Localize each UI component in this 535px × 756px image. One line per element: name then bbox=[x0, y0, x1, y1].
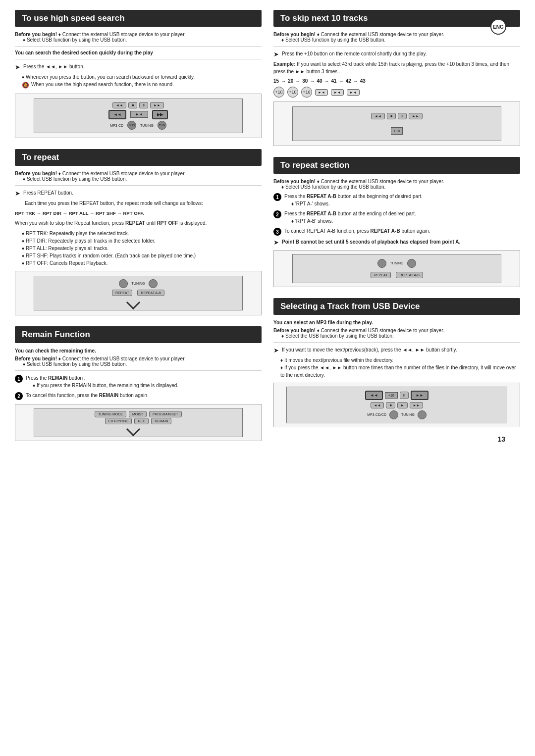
img-btn-ff: ►► bbox=[410, 402, 424, 408]
label-mp3cd: MP3-CD bbox=[110, 124, 123, 127]
search-instruction-header: You can search the desired section quick… bbox=[15, 50, 262, 55]
display-screen: ▶ ◄ bbox=[130, 111, 148, 118]
arrow-icon: ➤ bbox=[15, 63, 20, 71]
repeat-sec-step-2: 2 Press the REPEAT A-B button at the end… bbox=[273, 210, 520, 225]
img-btn-play: ► bbox=[397, 402, 408, 408]
skip-btn-10-1: +10 bbox=[273, 87, 284, 98]
select-sub-2: If you press the ◄◄, ►► button more time… bbox=[273, 364, 520, 379]
btn-programset: PROGRAM/SET bbox=[149, 411, 182, 417]
skip-flow: 15 → 20 → 30 → 40 → 41 → 42 → 43 bbox=[273, 78, 520, 84]
btn-prev-prev: ◄◄ bbox=[112, 102, 126, 108]
high-speed-search-section: To use high speed search Before you begi… bbox=[15, 10, 262, 138]
btn-repeat-ab2: REPEAT A-B bbox=[396, 272, 423, 278]
img-knob2 bbox=[418, 410, 427, 419]
knob-bass2 bbox=[377, 259, 386, 268]
btn-big-next: ▶▶ bbox=[152, 110, 168, 119]
skip-before-begin: Before you begin! ♦ Connect the external… bbox=[273, 32, 520, 43]
knob-sound: SND bbox=[127, 121, 136, 130]
repeat-sec-step-3: 3 To cancel REPEAT A-B function, press R… bbox=[273, 227, 520, 236]
repeat-image: TUNING REPEAT REPEAT A-B bbox=[15, 271, 262, 315]
skip-buttons-row: +10 +10 +10 ►◄ ►◄ ►◄ bbox=[273, 87, 520, 98]
rpt-bullet-1: RPT DIR: Repeatedly plays all tracks in … bbox=[15, 237, 262, 245]
img-btn-pause2: II bbox=[400, 392, 409, 399]
btn-repeat: REPEAT bbox=[112, 290, 133, 296]
arrow-icon: ➤ bbox=[273, 347, 279, 354]
remain-step-2: 2 To cancel this function, press the REM… bbox=[15, 392, 262, 400]
eng-badge: ENG bbox=[490, 19, 506, 35]
skip-example: Example: If you want to select 43rd trac… bbox=[273, 60, 520, 75]
select-track-header: You can select an MP3 file during the pl… bbox=[273, 320, 520, 325]
skip-next-section: To skip next 10 tracks Before you begin!… bbox=[273, 10, 520, 146]
divider bbox=[15, 370, 262, 371]
step-num-2: 2 bbox=[273, 210, 281, 218]
skip-num-20: 20 bbox=[288, 78, 293, 84]
skip-num-15: 15 bbox=[273, 78, 279, 84]
label-tuning3: TUNING bbox=[390, 261, 404, 265]
repeat-sec-note: ➤ Point B cannot be set until 5 seconds … bbox=[273, 238, 520, 246]
select-track-image: ◄◄ +10 II ►► ◄◄ ■ ► ►► MP3-CD/CD bbox=[273, 383, 520, 427]
repeat-section-right: To repeat section Before you begin! ♦ Co… bbox=[273, 157, 520, 287]
repeat-section-block: To repeat Before you begin! ♦ Connect th… bbox=[15, 149, 262, 315]
skip-num-42: 42 bbox=[346, 78, 351, 84]
img-btn-stop2: ■ bbox=[386, 402, 395, 408]
img-knob bbox=[389, 410, 398, 419]
arrow-icon: ➤ bbox=[273, 50, 279, 58]
repeat-body-2: When you wish to stop the Repeat functio… bbox=[15, 219, 262, 227]
rpt-bullet-0: RPT TRK: Repeatedly plays the selected t… bbox=[15, 230, 262, 237]
btn-remain: REMAIN bbox=[151, 418, 171, 424]
select-sub-1: It moves the next/previous file within t… bbox=[273, 356, 520, 364]
repeat-step-1: ➤ Press REPEAT button. bbox=[15, 189, 262, 197]
high-speed-before-begin: Before you begin! ♦ Connect the external… bbox=[15, 32, 262, 43]
remain-title: Remain Function bbox=[15, 326, 262, 343]
repeat-sec-step-1: 1 Press the REPEAT A-B button at the beg… bbox=[273, 193, 520, 207]
img-btn-prev: ◄◄ bbox=[371, 113, 385, 119]
img-btn-pause: II bbox=[398, 113, 407, 119]
img-plus10-label: +10 bbox=[391, 127, 403, 135]
divider bbox=[15, 185, 262, 186]
skip-btn-10-3: +10 bbox=[301, 87, 312, 98]
step-num-1: 1 bbox=[15, 375, 23, 383]
page-content: To use high speed search Before you begi… bbox=[15, 10, 520, 452]
img-plus10: +10 bbox=[385, 392, 398, 399]
img-btn-back: ◄◄ bbox=[371, 402, 384, 408]
skip-num-40: 40 bbox=[317, 78, 322, 84]
btn-tuning-mode: TUNING MODE bbox=[95, 411, 126, 417]
select-track-section: Selecting a Track from USB Device You ca… bbox=[273, 298, 520, 427]
divider bbox=[273, 46, 520, 47]
remain-before-begin: Before you begin! ♦ Connect the external… bbox=[15, 356, 262, 367]
search-note-1: 🔕 When you use the high speed search fun… bbox=[15, 81, 262, 90]
remain-function-section: Remain Function You can check the remain… bbox=[15, 326, 262, 441]
rpt-bullet-2: RPT ALL: Repeatedly plays all tracks. bbox=[15, 245, 262, 252]
arrow-icon-note: ➤ bbox=[273, 239, 279, 246]
divider bbox=[15, 46, 262, 47]
note-icon: 🔕 bbox=[22, 81, 29, 90]
label-tuning2: TUNING bbox=[132, 282, 145, 285]
divider bbox=[15, 59, 262, 59]
rpt-bullets: RPT TRK: Repeatedly plays the selected t… bbox=[15, 230, 262, 267]
skip-image: ◄◄ ■ II ►► +10 bbox=[273, 101, 520, 146]
img-big-next: ►► bbox=[411, 391, 428, 400]
rpt-flow: RPT TRK → RPT DIR → RPT ALL → RPT SHF → … bbox=[15, 209, 262, 217]
skip-next-title: To skip next 10 tracks bbox=[273, 10, 520, 27]
search-sub-1: Whenever you press the button, you can s… bbox=[15, 73, 262, 81]
img-mp3-cd-label: MP3-CD/CD bbox=[367, 413, 386, 416]
btn-moist: MOIST bbox=[129, 411, 147, 417]
arrow-icon-left bbox=[126, 296, 140, 309]
rpt-bullet-4: RPT OFF: Cancels Repeat Playback. bbox=[15, 259, 262, 267]
step-num-1: 1 bbox=[273, 193, 281, 201]
select-step-1: ➤ If you want to move the next/previous(… bbox=[273, 346, 520, 354]
skip-btn-next2: ►◄ bbox=[331, 89, 344, 96]
select-track-before-begin: Before you begin! ♦ Connect the external… bbox=[273, 328, 520, 339]
btn-big-prev: ◄◄ bbox=[108, 110, 126, 119]
skip-num-41: 41 bbox=[331, 78, 337, 84]
rpt-bullet-3: RPT SHF: Plays tracks in random order. (… bbox=[15, 252, 262, 259]
arrow-icon-remain bbox=[126, 422, 140, 436]
repeat-before-begin: Before you begin! ♦ Connect the external… bbox=[15, 171, 262, 182]
skip-btn-10-2: +10 bbox=[287, 87, 298, 98]
btn-pause: II bbox=[139, 102, 148, 108]
skip-num-43: 43 bbox=[360, 78, 366, 84]
skip-step-1: ➤ Press the +10 button on the remote con… bbox=[273, 50, 520, 58]
remain-sub-1: If you press the REMAIN button, the rema… bbox=[26, 382, 178, 389]
btn-stop: ■ bbox=[128, 102, 137, 108]
knob-tuning: TUN bbox=[158, 121, 166, 130]
